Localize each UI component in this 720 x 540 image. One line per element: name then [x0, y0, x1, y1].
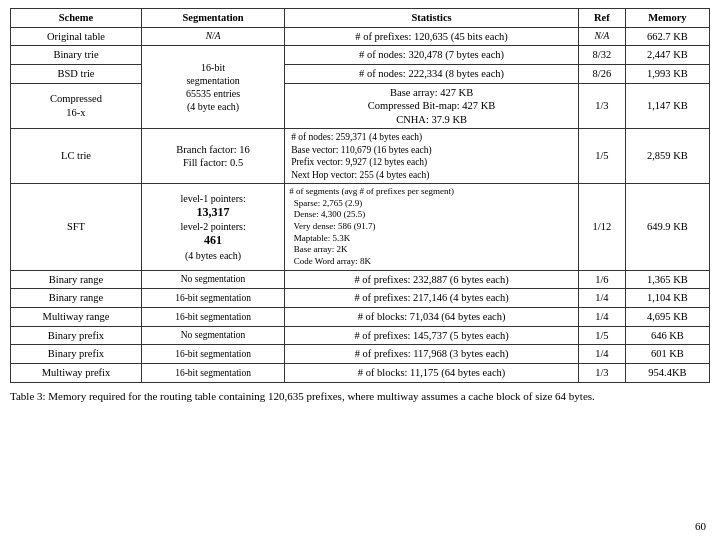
table-row: Binary range 16-bit segmentation # of pr…	[11, 289, 710, 308]
statistics-cell: # of segments (avg # of prefixes per seg…	[285, 183, 579, 270]
scheme-cell: Multiway prefix	[11, 363, 142, 382]
statistics-cell: # of prefixes: 120,635 (45 bits each)	[285, 27, 579, 46]
scheme-cell: LC trie	[11, 129, 142, 183]
statistics-cell: # of nodes: 222,334 (8 bytes each)	[285, 64, 579, 83]
memory-cell: 662.7 KB	[625, 27, 709, 46]
col-header-segmentation: Segmentation	[141, 9, 284, 28]
ref-cell: 1/12	[579, 183, 626, 270]
statistics-cell: # of prefixes: 217,146 (4 bytes each)	[285, 289, 579, 308]
statistics-cell: # of prefixes: 117,968 (3 bytes each)	[285, 345, 579, 364]
ref-cell: 1/4	[579, 345, 626, 364]
scheme-cell: Binary trie	[11, 46, 142, 65]
segmentation-cell: 16-bitsegmentation65535 entries(4 byte e…	[141, 46, 284, 129]
main-table: Scheme Segmentation Statistics Ref Memor…	[10, 8, 710, 383]
ref-cell: 1/5	[579, 129, 626, 183]
memory-cell: 954.4KB	[625, 363, 709, 382]
segmentation-cell: No segmentation	[141, 326, 284, 345]
table-row: Binary trie 16-bitsegmentation65535 entr…	[11, 46, 710, 65]
scheme-cell: Binary prefix	[11, 345, 142, 364]
table-row: Binary range No segmentation # of prefix…	[11, 270, 710, 289]
statistics-cell: Base array: 427 KBCompressed Bit-map: 42…	[285, 83, 579, 129]
memory-cell: 646 KB	[625, 326, 709, 345]
table-row: Compressed16-x Base array: 427 KBCompres…	[11, 83, 710, 129]
col-header-ref: Ref	[579, 9, 626, 28]
ref-cell: 1/4	[579, 307, 626, 326]
segmentation-cell: level-1 pointers:13,317 level-2 pointers…	[141, 183, 284, 270]
ref-cell: 1/3	[579, 363, 626, 382]
table-row: Multiway prefix 16-bit segmentation # of…	[11, 363, 710, 382]
memory-cell: 2,859 KB	[625, 129, 709, 183]
table-row: Binary prefix 16-bit segmentation # of p…	[11, 345, 710, 364]
scheme-cell: SFT	[11, 183, 142, 270]
ref-cell: 1/6	[579, 270, 626, 289]
ref-cell: N/A	[579, 27, 626, 46]
statistics-cell: # of blocks: 71,034 (64 bytes each)	[285, 307, 579, 326]
memory-cell: 2,447 KB	[625, 46, 709, 65]
segmentation-cell: N/A	[141, 27, 284, 46]
statistics-cell: # of nodes: 259,371 (4 bytes each) Base …	[285, 129, 579, 183]
segmentation-cell: 16-bit segmentation	[141, 363, 284, 382]
segmentation-cell: 16-bit segmentation	[141, 345, 284, 364]
scheme-cell: BSD trie	[11, 64, 142, 83]
scheme-cell: Binary range	[11, 289, 142, 308]
statistics-cell: # of prefixes: 232,887 (6 bytes each)	[285, 270, 579, 289]
memory-cell: 649.9 KB	[625, 183, 709, 270]
table-row: SFT level-1 pointers:13,317 level-2 poin…	[11, 183, 710, 270]
col-header-scheme: Scheme	[11, 9, 142, 28]
memory-cell: 1,365 KB	[625, 270, 709, 289]
scheme-cell: Compressed16-x	[11, 83, 142, 129]
ref-cell: 8/26	[579, 64, 626, 83]
scheme-cell: Original table	[11, 27, 142, 46]
scheme-cell: Binary range	[11, 270, 142, 289]
page-number: 60	[695, 520, 706, 532]
ref-cell: 1/5	[579, 326, 626, 345]
table-row: Binary prefix No segmentation # of prefi…	[11, 326, 710, 345]
memory-cell: 4,695 KB	[625, 307, 709, 326]
ref-cell: 1/3	[579, 83, 626, 129]
scheme-cell: Binary prefix	[11, 326, 142, 345]
table-row: Original table N/A # of prefixes: 120,63…	[11, 27, 710, 46]
memory-cell: 601 KB	[625, 345, 709, 364]
col-header-statistics: Statistics	[285, 9, 579, 28]
table-row: Multiway range 16-bit segmentation # of …	[11, 307, 710, 326]
memory-cell: 1,993 KB	[625, 64, 709, 83]
table-caption: Table 3: Memory required for the routing…	[10, 389, 710, 404]
segmentation-cell: Branch factor: 16Fill factor: 0.5	[141, 129, 284, 183]
memory-cell: 1,104 KB	[625, 289, 709, 308]
ref-cell: 8/32	[579, 46, 626, 65]
scheme-cell: Multiway range	[11, 307, 142, 326]
col-header-memory: Memory	[625, 9, 709, 28]
page: Scheme Segmentation Statistics Ref Memor…	[0, 0, 720, 540]
segmentation-cell: No segmentation	[141, 270, 284, 289]
statistics-cell: # of prefixes: 145,737 (5 bytes each)	[285, 326, 579, 345]
memory-cell: 1,147 KB	[625, 83, 709, 129]
statistics-cell: # of blocks: 11,175 (64 bytes each)	[285, 363, 579, 382]
segmentation-cell: 16-bit segmentation	[141, 307, 284, 326]
segmentation-cell: 16-bit segmentation	[141, 289, 284, 308]
ref-cell: 1/4	[579, 289, 626, 308]
table-row: LC trie Branch factor: 16Fill factor: 0.…	[11, 129, 710, 183]
statistics-cell: # of nodes: 320,478 (7 bytes each)	[285, 46, 579, 65]
table-row: BSD trie # of nodes: 222,334 (8 bytes ea…	[11, 64, 710, 83]
caption-text: Table 3: Memory required for the routing…	[10, 390, 595, 402]
